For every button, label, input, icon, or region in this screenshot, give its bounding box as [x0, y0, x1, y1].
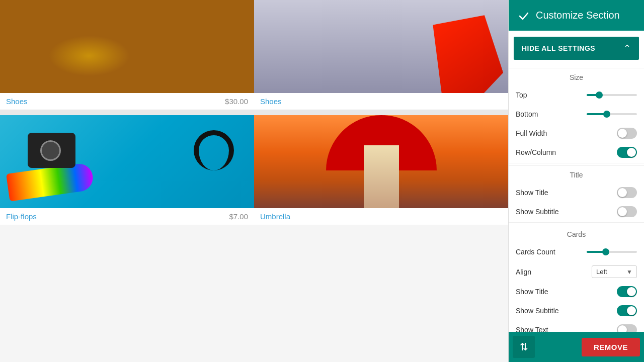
title-show-subtitle-row: Show Subtitle	[509, 202, 644, 221]
product-image-shoes1	[0, 0, 254, 93]
row-column-toggle[interactable]	[617, 147, 637, 158]
product-card: Shoes	[254, 0, 508, 110]
product-price: $30.00	[225, 97, 248, 106]
move-icon: ⇅	[520, 341, 528, 353]
hide-all-label: HIDE ALL SETTINGS	[522, 44, 595, 52]
product-name: Shoes	[6, 97, 28, 106]
size-section-label: Size	[509, 68, 644, 85]
product-info: Shoes	[254, 93, 508, 110]
cards-align-row: Align Left ▼	[509, 261, 644, 282]
product-card: Shoes $30.00	[0, 0, 254, 110]
cards-show-subtitle-row: Show Subtitle	[509, 301, 644, 320]
product-price: $7.00	[229, 212, 248, 221]
customize-panel: Customize Section HIDE ALL SETTINGS ⌃ Si…	[508, 0, 644, 362]
main-content: Shoes $30.00 Shoes Flip-flops $7.00	[0, 0, 508, 362]
row-column-label: Row/Column	[516, 148, 556, 156]
bottom-slider[interactable]	[587, 113, 637, 115]
dropdown-arrow-icon: ▼	[626, 268, 632, 276]
cards-show-subtitle-label: Show Subtitle	[516, 307, 559, 315]
panel-header: Customize Section	[509, 0, 644, 31]
headphones-decoration	[194, 130, 234, 170]
title-show-subtitle-toggle[interactable]	[617, 206, 637, 217]
product-name: Flip-flops	[6, 212, 37, 221]
cards-count-row: Cards Count	[509, 242, 644, 261]
title-show-title-row: Show Title	[509, 183, 644, 202]
product-name: Umbrella	[260, 212, 290, 221]
check-icon	[517, 9, 531, 23]
camera-decoration	[28, 133, 75, 168]
divider	[509, 222, 644, 223]
cards-show-subtitle-toggle[interactable]	[617, 305, 637, 316]
product-info: Umbrella	[254, 208, 508, 225]
cards-align-value: Left	[596, 268, 624, 276]
cards-show-title-toggle[interactable]	[617, 286, 637, 297]
title-show-subtitle-label: Show Subtitle	[516, 208, 559, 216]
full-width-toggle[interactable]	[617, 128, 637, 139]
title-show-title-label: Show Title	[516, 189, 548, 197]
product-info: Flip-flops $7.00	[0, 208, 254, 225]
cards-section-label: Cards	[509, 225, 644, 242]
panel-title: Customize Section	[536, 10, 620, 21]
product-card: Flip-flops $7.00	[0, 115, 254, 225]
product-card: Umbrella	[254, 115, 508, 225]
cards-show-title-label: Show Title	[516, 288, 548, 296]
remove-label: REMOVE	[594, 343, 628, 351]
row-separator	[0, 110, 508, 115]
remove-button[interactable]: REMOVE	[582, 338, 640, 356]
settings-body: Size Top Bottom Full Width Row/Column	[509, 66, 644, 362]
move-button[interactable]: ⇅	[513, 336, 535, 358]
product-name: Shoes	[260, 97, 282, 106]
full-width-label: Full Width	[516, 129, 547, 137]
cards-count-slider[interactable]	[587, 251, 637, 253]
hide-all-button[interactable]: HIDE ALL SETTINGS ⌃	[514, 37, 639, 60]
top-slider[interactable]	[587, 94, 637, 96]
row-column-setting-row: Row/Column	[509, 143, 644, 162]
cards-count-label: Cards Count	[516, 248, 555, 256]
cards-align-select[interactable]: Left ▼	[592, 265, 637, 278]
product-image-flipflops	[0, 115, 254, 208]
cards-align-label: Align	[516, 268, 531, 276]
top-label: Top	[516, 91, 527, 99]
bottom-setting-row: Bottom	[509, 105, 644, 124]
product-info: Shoes $30.00	[0, 93, 254, 110]
chevron-up-icon: ⌃	[623, 43, 631, 54]
product-image-shoes2	[254, 0, 508, 93]
title-show-title-toggle[interactable]	[617, 187, 637, 198]
title-section-label: Title	[509, 165, 644, 183]
cards-show-title-row: Show Title	[509, 282, 644, 301]
bottom-label: Bottom	[516, 110, 538, 118]
full-width-setting-row: Full Width	[509, 124, 644, 143]
product-image-umbrella	[254, 115, 508, 208]
panel-footer: ⇅ REMOVE	[509, 332, 644, 362]
top-setting-row: Top	[509, 85, 644, 105]
divider	[509, 163, 644, 163]
